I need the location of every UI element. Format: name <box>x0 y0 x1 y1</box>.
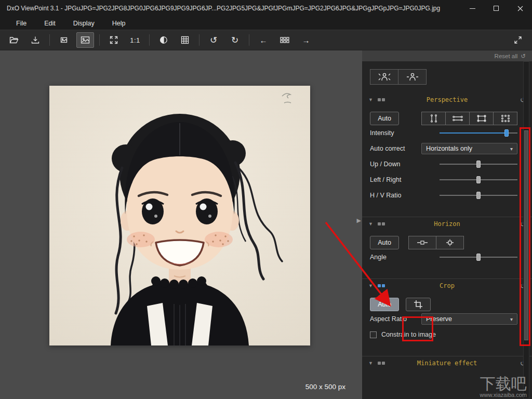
image-view-button[interactable] <box>76 32 94 48</box>
fullscreen-button[interactable] <box>509 32 527 48</box>
rotate-left-button[interactable]: ↺ <box>205 32 222 48</box>
aspect-ratio-dropdown[interactable]: Preserve ▾ <box>421 313 517 325</box>
compare-button[interactable] <box>155 32 172 48</box>
miniature-enable-toggle[interactable] <box>378 362 385 365</box>
panel-collapse-handle[interactable]: ▶ <box>357 218 361 223</box>
image-size-label: 500 x 500 px <box>305 383 345 391</box>
collapse-icon[interactable]: ▼ <box>368 221 373 227</box>
aspect-ratio-label: Aspect Ratio <box>370 315 421 323</box>
menu-file[interactable]: File <box>7 17 35 30</box>
horizontal-parallels-icon <box>453 114 463 123</box>
angle-row: Angle <box>362 249 532 265</box>
window-title: DxO ViewPoint 3.1 - JPGuJPG=JPG2JPG8JPG0… <box>0 5 460 12</box>
miniature-title: Miniature effect <box>362 360 532 367</box>
chevron-down-icon: ▾ <box>510 146 513 152</box>
constrain-label: Constrain to image <box>381 331 436 338</box>
force-rectangle-button[interactable] <box>469 112 494 125</box>
angle-slider-handle[interactable] <box>476 254 481 261</box>
menu-display[interactable]: Display <box>64 17 103 30</box>
up-down-slider-handle[interactable] <box>476 161 481 168</box>
open-file-button[interactable] <box>5 32 23 48</box>
auto-correct-row: Auto correct Horizontals only ▾ <box>362 141 532 156</box>
collapse-icon[interactable]: ▼ <box>368 97 373 102</box>
reset-all-button[interactable]: Reset all <box>495 53 518 59</box>
rotate-left-icon: ↺ <box>210 35 217 46</box>
level-vertical-button[interactable] <box>436 236 464 249</box>
perspective-enable-toggle[interactable] <box>378 98 385 101</box>
export-icon <box>31 36 39 44</box>
crop-auto-button[interactable]: Auto <box>370 298 399 311</box>
intensity-slider[interactable] <box>440 129 517 137</box>
fit-screen-button[interactable] <box>105 32 123 48</box>
crop-icon <box>414 300 423 309</box>
image-browser-button[interactable] <box>276 32 294 48</box>
crop-enable-toggle[interactable] <box>378 284 385 287</box>
collapse-icon[interactable]: ▼ <box>368 361 373 366</box>
constrain-row: Constrain to image <box>362 327 532 342</box>
export-button[interactable] <box>26 32 44 48</box>
image-fit-view-button[interactable] <box>55 32 73 48</box>
panel-scrollbar-thumb[interactable] <box>524 130 528 340</box>
reset-all-bar: Reset all ↺ <box>362 50 532 61</box>
left-right-label: Left / Right <box>370 176 440 183</box>
reset-all-icon[interactable]: ↺ <box>521 52 526 60</box>
maximize-button[interactable] <box>484 0 508 17</box>
close-button[interactable] <box>508 0 532 17</box>
intensity-slider-handle[interactable] <box>504 129 509 137</box>
crop-tool-button[interactable] <box>406 298 431 311</box>
hv-ratio-slider[interactable] <box>440 192 517 199</box>
force-vertical-parallels-button[interactable] <box>421 112 446 125</box>
rotate-right-icon: ↻ <box>231 35 238 46</box>
menu-edit[interactable]: Edit <box>35 17 64 30</box>
perspective-tools-row: Auto <box>362 111 532 125</box>
chevron-down-icon: ▾ <box>510 316 513 322</box>
previous-image-button[interactable]: ← <box>255 32 272 48</box>
rotate-right-button[interactable]: ↻ <box>226 32 244 48</box>
grid-overlay-button[interactable] <box>176 32 194 48</box>
eight-points-button[interactable] <box>493 112 517 125</box>
panel-scrollbar[interactable] <box>523 61 529 399</box>
aspect-ratio-row: Aspect Ratio Preserve ▾ <box>362 311 532 327</box>
zoom-1to1-label: 1:1 <box>130 36 140 44</box>
vertical-parallels-icon <box>429 114 439 123</box>
open-folder-icon <box>9 36 19 44</box>
up-down-slider[interactable] <box>440 161 517 168</box>
arrow-left-icon: ← <box>260 36 268 45</box>
miniature-section: ▼ Miniature effect ↺ <box>362 356 532 370</box>
horizon-header: ▼ Horizon ↺ <box>362 217 532 231</box>
auto-correct-dropdown[interactable]: Horizontals only ▾ <box>421 143 517 154</box>
constrain-checkbox[interactable] <box>370 331 377 338</box>
miniature-header: ▼ Miniature effect ↺ <box>362 356 532 370</box>
person-icon <box>406 72 419 82</box>
volume-deformation-diagonal-button[interactable] <box>370 69 398 85</box>
perspective-auto-button[interactable]: Auto <box>370 112 399 125</box>
zoom-1to1-button[interactable]: 1:1 <box>126 32 144 48</box>
menu-bar: File Edit Display Help <box>0 17 532 30</box>
close-icon <box>517 6 523 11</box>
perspective-title: Perspective <box>362 96 532 103</box>
perspective-section: ▼ Perspective ↺ Auto <box>362 93 532 203</box>
volume-deformation-hv-button[interactable] <box>398 69 427 85</box>
hv-ratio-slider-handle[interactable] <box>476 192 481 199</box>
minimize-icon <box>470 8 475 9</box>
force-horizontal-parallels-button[interactable] <box>445 112 470 125</box>
next-image-button[interactable]: → <box>297 32 315 48</box>
level-horizontal-button[interactable] <box>408 236 436 249</box>
left-right-slider-handle[interactable] <box>476 176 481 183</box>
perspective-tool-group <box>421 112 517 125</box>
toolbar-separator <box>49 34 50 46</box>
image-canvas[interactable]: 500 x 500 px ▶ <box>0 50 362 399</box>
menu-help[interactable]: Help <box>103 17 135 30</box>
collapse-icon[interactable]: ▼ <box>368 283 373 288</box>
intensity-label: Intensity <box>370 129 440 137</box>
horizon-auto-button[interactable]: Auto <box>370 236 399 249</box>
angle-slider[interactable] <box>440 254 517 261</box>
rectangle-icon <box>476 114 487 123</box>
minimize-button[interactable] <box>460 0 484 17</box>
toolbar-separator <box>199 34 200 46</box>
auto-correct-label: Auto correct <box>370 145 421 152</box>
horizon-title: Horizon <box>362 220 532 228</box>
horizon-enable-toggle[interactable] <box>378 222 385 225</box>
aspect-ratio-value: Preserve <box>426 315 452 323</box>
left-right-slider[interactable] <box>440 176 517 183</box>
